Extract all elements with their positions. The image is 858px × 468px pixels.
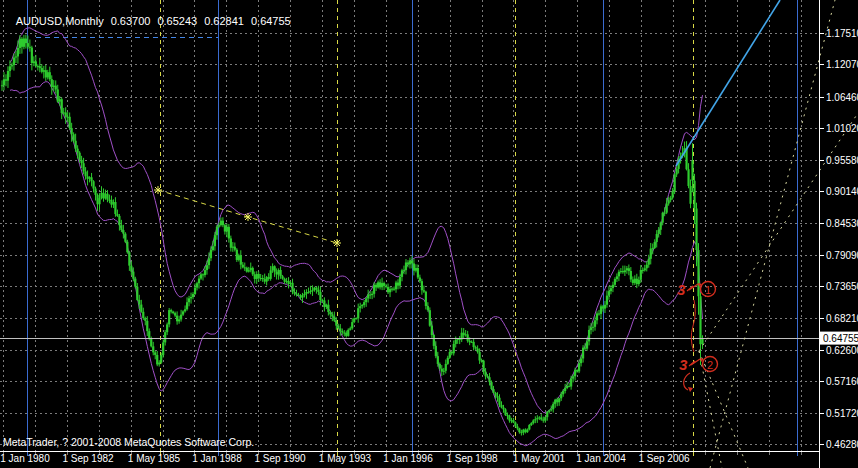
trendline-anchor-star-icon[interactable] (154, 186, 162, 194)
price-axis-label: 0.46280 (826, 439, 858, 450)
price-axis-label: 0.51720 (826, 408, 858, 419)
trendline-yellow[interactable] (154, 186, 341, 247)
time-axis-label: 1 Sep 1982 (62, 453, 114, 464)
price-axis-label: 0.79090 (826, 250, 858, 261)
time-axis-label: 1 Jan 1980 (0, 453, 50, 464)
price-axis-label: 1.17510 (826, 28, 858, 39)
price-axis-label: 0.90140 (826, 186, 858, 197)
price-axis[interactable]: 1.175101.120701.064601.010200.955800.901… (819, 28, 858, 450)
price-axis-label: 1.01020 (826, 123, 858, 134)
bollinger-bands (10, 28, 703, 446)
candles-series (2, 35, 702, 436)
price-axis-label: 0.62600 (826, 345, 858, 356)
copyright-text: MetaTrader, ? 2001-2008 MetaQuotes Softw… (3, 436, 254, 448)
price-axis-label: 0.95580 (826, 155, 858, 166)
price-axis-label: 0.73650 (826, 281, 858, 292)
svg-text:3: 3 (679, 356, 688, 373)
chart-title: AUDUSD,Monthly0.637000.652430.628410.647… (4, 3, 291, 39)
wave-annotation-1[interactable]: 31 (677, 281, 716, 298)
trendline-anchor-star-icon[interactable] (244, 213, 252, 221)
svg-text:3: 3 (677, 281, 686, 298)
ohlc-close: 0.64755 (251, 15, 291, 27)
time-axis-label: 1 Jan 1996 (383, 453, 433, 464)
trendline-cyan[interactable] (676, 0, 780, 166)
trendline-anchor-star-icon[interactable] (333, 239, 341, 247)
svg-text:1: 1 (705, 284, 711, 296)
current-price-badge: 0.64755 (820, 332, 858, 345)
svg-text:0.64755: 0.64755 (823, 333, 858, 344)
price-axis-label: 0.84530 (826, 218, 858, 229)
price-axis-label: 1.06460 (826, 92, 858, 103)
metatrader-chart-window: 31321.175101.120701.064601.010200.955800… (0, 0, 858, 468)
vertical-lines-yellow[interactable] (160, 0, 693, 456)
price-axis-label: 0.57160 (826, 376, 858, 387)
time-axis-label: 1 Sep 1990 (254, 453, 306, 464)
time-axis[interactable]: 1 Jan 19801 Sep 19821 May 19851 Jan 1988… (0, 453, 690, 464)
price-axis-label: 1.12070 (826, 59, 858, 70)
wave-annotation-2[interactable]: 32 (679, 356, 718, 392)
ohlc-low: 0.62841 (204, 15, 244, 27)
ohlc-open: 0.63700 (111, 15, 151, 27)
time-axis-label: 1 May 2001 (513, 453, 566, 464)
svg-text:2: 2 (707, 359, 713, 371)
time-axis-label: 1 Sep 2006 (638, 453, 690, 464)
time-axis-label: 1 Jan 2004 (576, 453, 626, 464)
time-axis-label: 1 Jan 1988 (192, 453, 242, 464)
ohlc-high: 0.65243 (157, 15, 197, 27)
chart-symbol-period: AUDUSD,Monthly (16, 15, 104, 27)
time-axis-label: 1 May 1985 (128, 453, 181, 464)
price-axis-label: 0.68210 (826, 313, 858, 324)
price-chart-canvas[interactable]: 31321.175101.120701.064601.010200.955800… (0, 0, 858, 468)
time-axis-label: 1 May 1993 (319, 453, 372, 464)
vertical-lines-blue[interactable] (27, 0, 797, 456)
time-axis-label: 1 Sep 1998 (446, 453, 498, 464)
